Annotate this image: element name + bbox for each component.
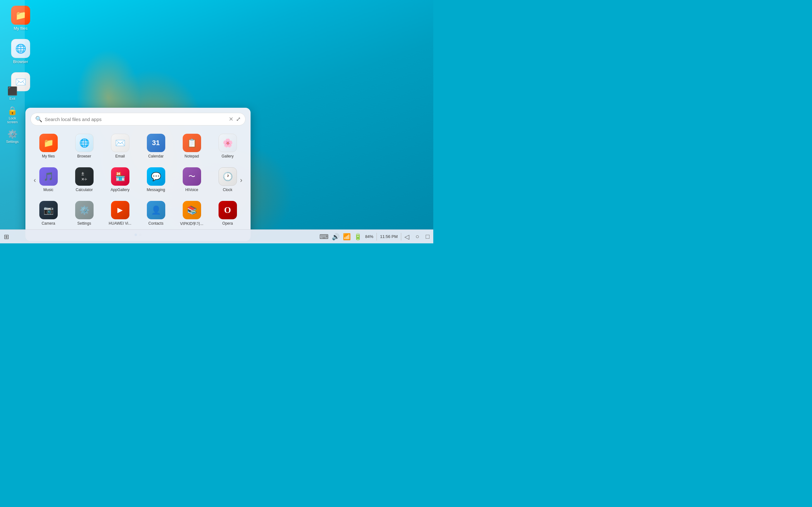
- app-grid-section: ‹ 📁 My files 🌐 Browser ✉️ Email 31 Calen…: [31, 130, 246, 230]
- app-huawei-video[interactable]: ▶ HUAWEI Vi...: [103, 198, 137, 230]
- app-myfiles[interactable]: 📁 My files: [32, 130, 65, 162]
- app-drawer: 🔍 ✕ ⤢ ‹ 📁 My files 🌐 Browser ✉️ Email: [26, 108, 251, 241]
- wifi-icon[interactable]: 📶: [343, 233, 351, 240]
- clock-time: 11:56 PM: [380, 234, 398, 239]
- app-grid-row1: 📁 My files 🌐 Browser ✉️ Email 31 Calenda…: [31, 130, 246, 230]
- contacts-app-icon: 👤: [147, 201, 165, 219]
- appgallery-app-label: AppGallery: [111, 187, 130, 192]
- hivoice-app-label: HiVoice: [185, 187, 198, 192]
- calculator-app-label: Calculator: [75, 187, 93, 192]
- settings-app-icon: ⚙️: [75, 201, 94, 219]
- settings-label-dock: Settings: [6, 140, 19, 144]
- app-browser[interactable]: 🌐 Browser: [67, 130, 101, 162]
- app-settings[interactable]: ⚙️ Settings: [67, 198, 101, 230]
- dock-settings[interactable]: ⚙️ Settings: [1, 127, 23, 146]
- settings-app-label: Settings: [78, 221, 91, 226]
- expand-search-button[interactable]: ⤢: [236, 116, 241, 123]
- gallery-app-label: Gallery: [221, 154, 234, 158]
- clock-app-icon: 🕐: [218, 167, 237, 186]
- volume-icon[interactable]: 🔊: [332, 233, 340, 240]
- battery-icon: 🔋: [354, 233, 362, 240]
- app-appgallery[interactable]: 🏪 AppGallery: [103, 164, 137, 195]
- exit-icon: ⬛: [7, 86, 17, 96]
- email-app-label: Email: [115, 154, 125, 158]
- app-calendar[interactable]: 31 Calendar: [139, 130, 172, 162]
- camera-app-icon: 📷: [39, 201, 58, 219]
- app-opera[interactable]: O Opera: [211, 198, 244, 230]
- dock-exit[interactable]: ⬛ Exit: [1, 84, 23, 102]
- grid-icon[interactable]: ⊞: [4, 233, 9, 240]
- close-search-button[interactable]: ✕: [229, 116, 234, 123]
- myfiles-app-icon: 📁: [39, 134, 58, 152]
- hivoice-app-icon: 〜: [183, 167, 201, 186]
- keyboard-icon[interactable]: ⌨: [319, 233, 328, 240]
- search-bar: 🔍 ✕ ⤢: [31, 113, 246, 125]
- app-messaging[interactable]: 💬 Messaging: [139, 164, 172, 195]
- settings-icon-dock: ⚙️: [7, 129, 17, 139]
- huawei-video-app-icon: ▶: [111, 201, 130, 219]
- calendar-app-icon: 31: [147, 134, 165, 152]
- exit-label: Exit: [9, 97, 15, 101]
- taskbar-right: ⌨ 🔊 📶 🔋 84% 11:56 PM ◁ ○ □: [319, 233, 429, 240]
- app-calculator[interactable]: ±×÷ Calculator: [67, 164, 101, 195]
- vipkid-app-icon: 📚: [183, 201, 201, 219]
- app-camera[interactable]: 📷 Camera: [32, 198, 65, 230]
- taskbar: ⊞ ⌨ 🔊 📶 🔋 84% 11:56 PM ◁ ○ □: [0, 229, 433, 243]
- notepad-app-label: Notepad: [185, 154, 199, 158]
- huawei-video-app-label: HUAWEI Vi...: [109, 221, 131, 226]
- battery-percent: 84%: [365, 234, 373, 239]
- app-contacts[interactable]: 👤 Contacts: [139, 198, 172, 230]
- nav-arrow-left[interactable]: ‹: [31, 174, 38, 187]
- myfiles-app-label: My files: [42, 154, 55, 158]
- taskbar-divider: [376, 233, 377, 240]
- music-app-icon: 🎵: [39, 167, 58, 186]
- left-dock: ⬛ Exit 🔒 Lock screen ⚙️ Settings: [0, 0, 25, 229]
- lockscreen-label: Lock screen: [3, 116, 21, 124]
- clock-app-label: Clock: [223, 187, 232, 192]
- opera-app-icon: O: [218, 201, 237, 219]
- nav-arrow-right[interactable]: ›: [238, 174, 245, 187]
- messaging-app-label: Messaging: [147, 187, 165, 192]
- search-input[interactable]: [45, 117, 229, 122]
- notepad-app-icon: 📋: [183, 134, 201, 152]
- lock-icon: 🔒: [7, 106, 17, 116]
- back-button[interactable]: ◁: [404, 233, 409, 240]
- email-app-icon: ✉️: [111, 134, 130, 152]
- app-notepad[interactable]: 📋 Notepad: [175, 130, 208, 162]
- app-gallery[interactable]: 🌸 Gallery: [211, 130, 244, 162]
- taskbar-divider2: [401, 233, 401, 240]
- taskbar-left: ⊞: [4, 233, 9, 240]
- camera-app-label: Camera: [42, 221, 55, 226]
- appgallery-app-icon: 🏪: [111, 167, 130, 186]
- app-email[interactable]: ✉️ Email: [103, 130, 137, 162]
- search-icon: 🔍: [35, 116, 42, 123]
- app-vipkid[interactable]: 📚 VIPKID学习...: [175, 198, 208, 230]
- browser-app-icon: 🌐: [75, 134, 94, 152]
- app-hivoice[interactable]: 〜 HiVoice: [175, 164, 208, 195]
- messaging-app-icon: 💬: [147, 167, 165, 186]
- gallery-app-icon: 🌸: [218, 134, 237, 152]
- vipkid-app-label: VIPKID学习...: [180, 221, 203, 227]
- opera-app-label: Opera: [222, 221, 233, 226]
- dock-lockscreen[interactable]: 🔒 Lock screen: [1, 104, 23, 126]
- nav-buttons: ◁ ○ □: [404, 233, 429, 240]
- home-button[interactable]: ○: [415, 233, 419, 240]
- calculator-app-icon: ±×÷: [75, 167, 94, 186]
- browser-app-label: Browser: [77, 154, 91, 158]
- music-app-label: Music: [44, 187, 53, 192]
- calendar-app-label: Calendar: [148, 154, 164, 158]
- contacts-app-label: Contacts: [148, 221, 163, 226]
- recent-button[interactable]: □: [426, 233, 429, 240]
